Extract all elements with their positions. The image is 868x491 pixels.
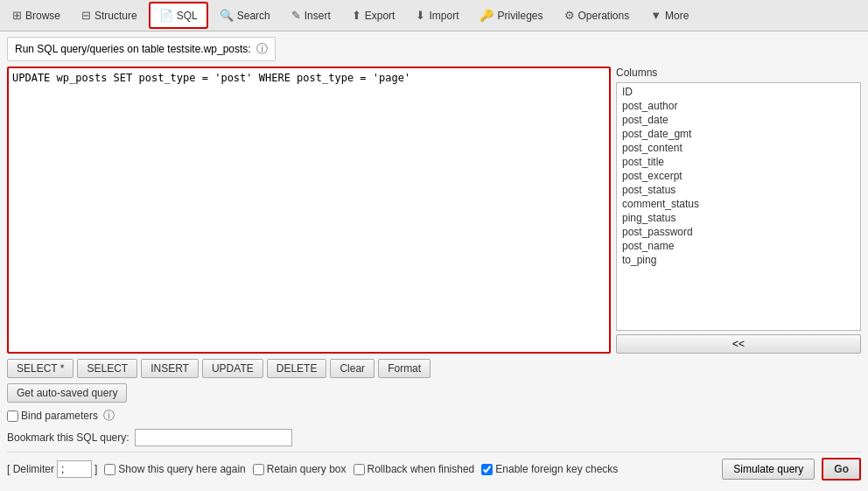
insert-column-button[interactable]: << <box>616 334 861 354</box>
nav-browse-label: Browse <box>25 10 60 22</box>
bookmark-row: Bookmark this SQL query: <box>7 429 861 446</box>
rollback-text: Rollback when finished <box>368 463 475 475</box>
clear-button[interactable]: Clear <box>330 359 374 378</box>
bookmark-input[interactable] <box>135 429 292 446</box>
bind-params-label[interactable]: Bind parameters <box>7 410 98 422</box>
nav-sql-label: SQL <box>177 10 198 22</box>
show-query-text: Show this query here again <box>118 463 245 475</box>
operations-icon: ⚙ <box>564 9 575 22</box>
columns-list[interactable]: IDpost_authorpost_datepost_date_gmtpost_… <box>616 82 861 331</box>
bind-params-checkbox[interactable] <box>7 410 18 422</box>
nav-bar: ⊞ Browse ⊟ Structure 📄 SQL 🔍 Search ✎ In… <box>0 0 868 32</box>
delimiter-input[interactable] <box>57 460 92 478</box>
rollback-label[interactable]: Rollback when finished <box>354 463 475 475</box>
insert-icon: ✎ <box>291 9 301 22</box>
foreign-key-label[interactable]: Enable foreign key checks <box>481 463 618 475</box>
column-item[interactable]: post_content <box>617 141 860 155</box>
structure-icon: ⊟ <box>81 9 91 22</box>
nav-structure[interactable]: ⊟ Structure <box>72 2 147 29</box>
nav-export-label: Export <box>365 10 396 22</box>
bind-params-text: Bind parameters <box>21 410 98 422</box>
nav-import[interactable]: ⬇ Import <box>406 2 468 29</box>
column-item[interactable]: post_status <box>617 183 860 197</box>
simulate-query-button[interactable]: Simulate query <box>722 459 815 480</box>
delimiter-open: [ Delimiter <box>7 463 54 475</box>
sql-editor-container: UPDATE wp_posts SET post_type = 'post' W… <box>7 67 611 354</box>
show-query-label[interactable]: Show this query here again <box>104 463 245 475</box>
bottom-bar: [ Delimiter ] Show this query here again… <box>7 452 861 486</box>
column-item[interactable]: post_excerpt <box>617 169 860 183</box>
privileges-icon: 🔑 <box>480 9 494 22</box>
query-label-text: Run SQL query/queries on table testsite.… <box>15 43 251 55</box>
foreign-key-checkbox[interactable] <box>481 464 493 475</box>
editor-row: UPDATE wp_posts SET post_type = 'post' W… <box>7 67 861 354</box>
options-row: Bind parameters ⓘ <box>7 408 861 424</box>
nav-privileges[interactable]: 🔑 Privileges <box>470 2 552 29</box>
column-item[interactable]: to_ping <box>617 253 860 267</box>
nav-operations-label: Operations <box>578 10 630 22</box>
browse-icon: ⊞ <box>12 9 22 22</box>
auto-saved-button[interactable]: Get auto-saved query <box>7 383 127 403</box>
update-button[interactable]: UPDATE <box>202 359 263 378</box>
column-item[interactable]: ping_status <box>617 211 860 225</box>
columns-panel: Columns IDpost_authorpost_datepost_date_… <box>616 67 861 354</box>
column-item[interactable]: post_name <box>617 239 860 253</box>
more-chevron-icon: ▼ <box>650 9 662 22</box>
sql-icon: 📄 <box>159 9 173 22</box>
search-icon: 🔍 <box>220 9 234 22</box>
column-item[interactable]: post_author <box>617 99 860 113</box>
bookmark-label: Bookmark this SQL query: <box>7 431 130 444</box>
foreign-key-text: Enable foreign key checks <box>495 463 618 475</box>
select-button[interactable]: SELECT <box>77 359 137 378</box>
column-item[interactable]: ID <box>617 85 860 99</box>
nav-search-label: Search <box>237 10 270 22</box>
auto-saved-row: Get auto-saved query <box>7 383 861 403</box>
action-buttons: SELECT * SELECT INSERT UPDATE DELETE Cle… <box>7 359 861 378</box>
query-label: Run SQL query/queries on table testsite.… <box>7 37 276 61</box>
export-icon: ⬆ <box>352 9 361 22</box>
go-button[interactable]: Go <box>822 458 861 480</box>
info-icon: ⓘ <box>256 41 268 57</box>
nav-sql[interactable]: 📄 SQL <box>149 2 208 29</box>
rollback-checkbox[interactable] <box>354 464 365 475</box>
insert-button[interactable]: INSERT <box>141 359 199 378</box>
column-item[interactable]: post_date_gmt <box>617 127 860 141</box>
column-item[interactable]: comment_status <box>617 197 860 211</box>
nav-privileges-label: Privileges <box>497 10 542 22</box>
nav-more-label: More <box>665 10 689 22</box>
nav-search[interactable]: 🔍 Search <box>210 2 280 29</box>
retain-query-checkbox[interactable] <box>253 464 264 475</box>
nav-insert[interactable]: ✎ Insert <box>282 2 340 29</box>
nav-export[interactable]: ⬆ Export <box>342 2 405 29</box>
column-item[interactable]: post_title <box>617 155 860 169</box>
nav-operations[interactable]: ⚙ Operations <box>555 2 640 29</box>
columns-title: Columns <box>616 67 861 79</box>
nav-more[interactable]: ▼ More <box>640 2 698 29</box>
select-star-button[interactable]: SELECT * <box>7 359 74 378</box>
nav-insert-label: Insert <box>304 10 331 22</box>
main-content: Run SQL query/queries on table testsite.… <box>0 32 868 491</box>
show-query-checkbox[interactable] <box>104 464 116 475</box>
column-item[interactable]: post_date <box>617 113 860 127</box>
sql-editor[interactable]: UPDATE wp_posts SET post_type = 'post' W… <box>7 67 611 354</box>
format-button[interactable]: Format <box>378 359 430 378</box>
column-item[interactable]: post_password <box>617 225 860 239</box>
delimiter-close: ] <box>94 463 97 475</box>
nav-browse[interactable]: ⊞ Browse <box>3 2 70 29</box>
retain-query-label[interactable]: Retain query box <box>253 463 346 475</box>
delimiter-box: [ Delimiter ] <box>7 460 97 478</box>
bind-info-icon: ⓘ <box>103 408 115 424</box>
retain-query-text: Retain query box <box>267 463 346 475</box>
delete-button[interactable]: DELETE <box>267 359 327 378</box>
nav-import-label: Import <box>429 10 458 22</box>
import-icon: ⬇ <box>416 9 425 22</box>
nav-structure-label: Structure <box>94 10 137 22</box>
